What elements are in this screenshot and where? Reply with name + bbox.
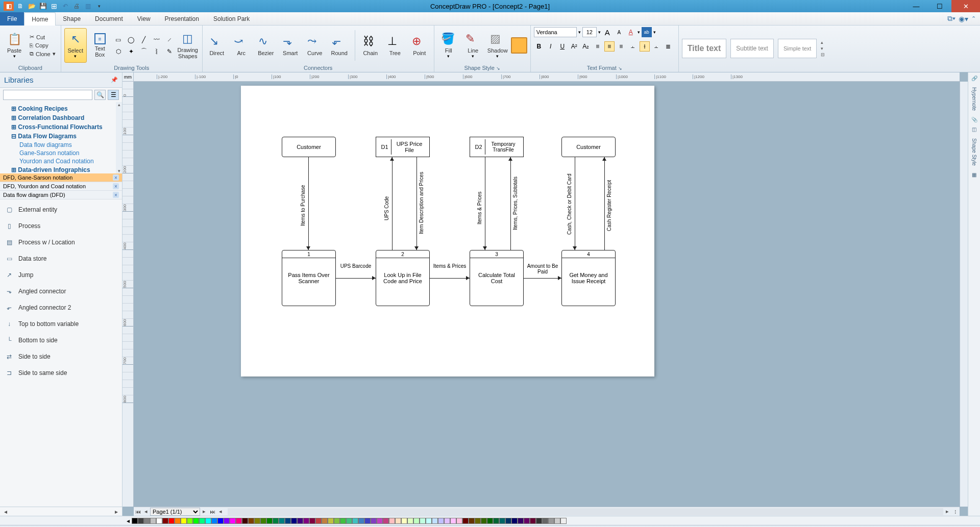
entity-d1[interactable]: D1 UPS Price File	[376, 137, 430, 157]
ruler-unit[interactable]: mm	[122, 72, 134, 82]
color-swatch[interactable]	[542, 518, 548, 524]
simple-text-preset[interactable]: Simple text	[778, 39, 817, 58]
qat-app-icon[interactable]: ◧	[4, 2, 14, 11]
color-swatch[interactable]	[224, 518, 230, 524]
color-swatch[interactable]	[475, 518, 481, 524]
conn-point[interactable]: ⊕Point	[408, 35, 431, 56]
font-size-input[interactable]	[582, 27, 597, 37]
color-swatch[interactable]	[518, 518, 524, 524]
shape-external-entity[interactable]: ▢External entity	[0, 202, 122, 218]
color-swatch[interactable]	[438, 518, 444, 524]
color-swatch[interactable]	[432, 518, 438, 524]
color-swatch[interactable]	[211, 518, 217, 524]
minimize-button[interactable]: —	[904, 0, 928, 12]
color-swatch[interactable]	[530, 518, 536, 524]
color-swatch[interactable]	[371, 518, 377, 524]
qat-open-icon[interactable]: 📂	[27, 2, 36, 11]
shape-jump[interactable]: ↗Jump	[0, 267, 122, 283]
color-swatch[interactable]	[346, 518, 352, 524]
color-swatch[interactable]	[383, 518, 389, 524]
color-swatch[interactable]	[236, 518, 242, 524]
flow-arrow[interactable]	[416, 157, 417, 250]
window-mode-icon[interactable]: ⧉▾	[947, 14, 955, 23]
color-swatch[interactable]	[493, 518, 499, 524]
clip-icon[interactable]: 📎	[971, 117, 977, 122]
align-top-icon[interactable]: ⫠	[628, 41, 638, 52]
hypernote-icon[interactable]: 🔗	[971, 76, 977, 81]
color-swatch[interactable]	[469, 518, 475, 524]
tree-subitem[interactable]: Gane-Sarson notation	[3, 149, 119, 157]
subscript-icon[interactable]: A₂	[581, 41, 591, 52]
shape-process[interactable]: ▯Process	[0, 218, 122, 234]
color-swatch[interactable]	[426, 518, 432, 524]
shape-datastore[interactable]: ▭Data store	[0, 250, 122, 267]
color-swatch[interactable]	[150, 518, 156, 524]
color-swatch[interactable]	[560, 518, 567, 524]
tab-home[interactable]: Home	[24, 12, 56, 26]
style-swatch[interactable]	[511, 37, 527, 54]
color-swatch[interactable]	[328, 518, 334, 524]
color-swatch[interactable]	[395, 518, 401, 524]
hscroll-right-icon[interactable]: ▸	[943, 508, 951, 515]
shape-arc-icon[interactable]: ⌒	[139, 46, 149, 57]
shape-style-label[interactable]: Shape Style	[971, 136, 977, 168]
drawing-shapes-button[interactable]: ◫ Drawing Shapes	[177, 28, 199, 63]
horizontal-scrollbar[interactable]	[228, 508, 943, 515]
close-icon[interactable]: ×	[113, 192, 119, 198]
align-bottom-icon[interactable]: ⫠	[651, 41, 662, 52]
color-swatch[interactable]	[444, 518, 450, 524]
color-swatch[interactable]	[162, 518, 168, 524]
shadow-button[interactable]: ▨Shadow▾	[486, 32, 509, 59]
qat-export-icon[interactable]: ▥	[83, 2, 92, 11]
library-view-icon[interactable]: ☰	[108, 90, 119, 100]
flow-arrow[interactable]	[392, 157, 393, 250]
shape-side-side[interactable]: ⇄Side to side	[0, 348, 122, 365]
shape-freehand-icon[interactable]: ✎	[164, 46, 175, 57]
page-prev-icon[interactable]: ◂	[142, 508, 150, 515]
shape-poly-icon[interactable]: ⬡	[113, 46, 124, 57]
process-2[interactable]: 2 Look Up in File Code and Price	[376, 250, 430, 306]
clone-button[interactable]: ⧉Clone ▾	[28, 50, 58, 58]
color-swatch[interactable]	[254, 518, 260, 524]
conn-smart[interactable]: ⬎Smart	[279, 35, 302, 56]
color-swatch[interactable]	[511, 518, 518, 524]
library-tab[interactable]: DFD, Gane-Sarson notation×	[0, 173, 122, 182]
color-swatch[interactable]	[291, 518, 297, 524]
color-swatch[interactable]	[156, 518, 162, 524]
color-swatch[interactable]	[462, 518, 469, 524]
shape-angled-conn[interactable]: ⬎Angled connector	[0, 283, 122, 299]
color-swatch[interactable]	[266, 518, 273, 524]
tab-solution-park[interactable]: Solution Park	[206, 12, 257, 26]
color-prev-icon[interactable]: ◂	[127, 517, 130, 524]
close-button[interactable]: ✕	[951, 0, 980, 12]
flow-arrow[interactable]	[604, 157, 605, 250]
shape-style-icon[interactable]: ◫	[972, 127, 976, 132]
line-spacing-icon[interactable]: ≣	[663, 41, 673, 52]
color-swatch[interactable]	[413, 518, 420, 524]
subtitle-text-preset[interactable]: Subtitle text	[730, 39, 774, 58]
entity-customer2[interactable]: Customer	[561, 137, 616, 157]
color-swatch[interactable]	[168, 518, 175, 524]
highlight-icon[interactable]: ab	[642, 27, 652, 37]
library-search-input[interactable]	[3, 90, 92, 100]
conn-curve[interactable]: ⤳Curve	[304, 35, 326, 56]
color-swatch[interactable]	[199, 518, 205, 524]
color-swatch[interactable]	[144, 518, 150, 524]
close-icon[interactable]: ×	[113, 183, 119, 189]
flow-arrow[interactable]	[524, 278, 561, 279]
conn-arc[interactable]: ⤻Arc	[230, 35, 253, 56]
qat-undo-icon[interactable]: ↶	[61, 2, 70, 11]
tree-item[interactable]: ⊞ Correlation Dashboard	[3, 113, 119, 122]
color-swatch[interactable]	[364, 518, 371, 524]
textbox-button[interactable]: ≡ Text Box	[89, 28, 111, 63]
color-swatch[interactable]	[309, 518, 315, 524]
underline-icon[interactable]: U	[557, 41, 568, 52]
flow-arrow[interactable]	[575, 157, 575, 250]
color-swatch[interactable]	[217, 518, 224, 524]
text-format-launcher-icon[interactable]: ↘	[618, 66, 622, 71]
line-button[interactable]: ✎Line▾	[462, 32, 484, 59]
select-tool-button[interactable]: ↖ Select ▾	[64, 28, 87, 63]
color-swatch[interactable]	[181, 518, 187, 524]
page-first-icon[interactable]: ⏮	[134, 509, 142, 515]
conn-chain[interactable]: ⛓Chain	[359, 35, 382, 56]
